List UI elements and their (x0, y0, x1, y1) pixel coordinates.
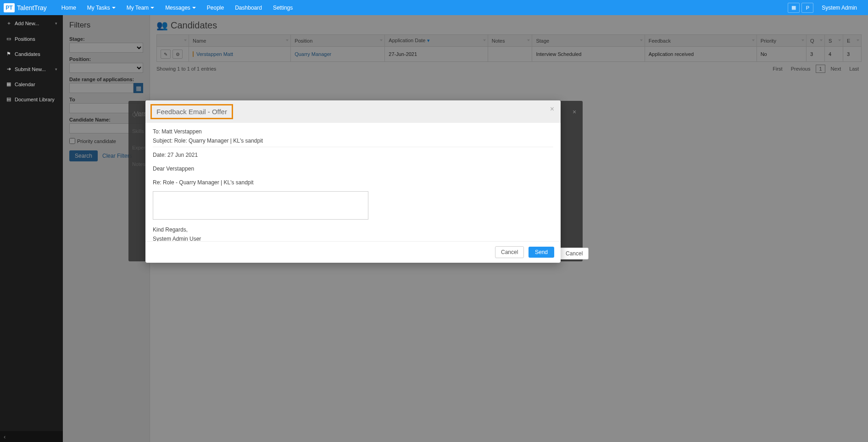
nav-home-label: Home (61, 5, 76, 11)
nav-home[interactable]: Home (56, 0, 82, 15)
sidebar-item-label: Calendar (15, 82, 35, 87)
feedback-email-modal: Feedback Email - Offer × To: Matt Versta… (145, 100, 561, 263)
nav-my-team-label: My Team (127, 5, 149, 11)
caret-icon (192, 7, 196, 9)
top-nav: PT TalentTray Home My Tasks My Team Mess… (0, 0, 868, 15)
modal-header: Feedback Email - Offer × (145, 100, 561, 123)
nav-right: ▦ P System Admin (786, 0, 864, 15)
brand[interactable]: PT TalentTray (4, 3, 47, 12)
modal-title-highlight: Feedback Email - Offer (150, 104, 233, 119)
nav-user-menu[interactable]: System Admin (817, 0, 864, 15)
nav-my-team[interactable]: My Team (121, 0, 160, 15)
caret-icon (150, 7, 154, 9)
p-icon-button[interactable]: P (801, 3, 813, 13)
nav-user-label: System Admin (822, 5, 857, 11)
to-label: To: (153, 128, 160, 135)
caret-icon (112, 7, 116, 9)
sidebar-positions[interactable]: ▭Positions (0, 31, 63, 46)
sidebar-item-label: Candidates (15, 51, 40, 57)
email-body-textarea[interactable] (153, 191, 368, 220)
plus-icon: ＋ (6, 20, 12, 27)
sidebar: ＋Add New...▾ ▭Positions ⚑Candidates ➔Sub… (0, 15, 63, 442)
chevron-down-icon: ▾ (55, 67, 57, 72)
signoff: Kind Regards, (153, 227, 553, 233)
nav-messages-label: Messages (165, 5, 190, 11)
laptop-icon: ▭ (6, 36, 12, 42)
sidebar-collapse[interactable]: ‹ (0, 431, 63, 442)
send-button[interactable]: Send (529, 247, 554, 258)
modal-close-icon[interactable]: × (550, 105, 554, 113)
sidebar-calendar[interactable]: ▦Calendar (0, 77, 63, 92)
nav-people[interactable]: People (201, 0, 229, 15)
cancel-button[interactable]: Cancel (495, 246, 524, 258)
greeting: Dear Verstappen (153, 166, 553, 172)
nav-settings-label: Settings (273, 5, 293, 11)
to-value: Matt Verstappen (161, 128, 201, 135)
sidebar-add-new[interactable]: ＋Add New...▾ (0, 15, 63, 31)
brand-logo: PT (4, 3, 15, 12)
nav-people-label: People (207, 5, 224, 11)
nav-dashboard[interactable]: Dashboard (229, 0, 267, 15)
under-modal-cancel-button[interactable]: Cancel (560, 248, 589, 260)
brand-name: TalentTray (17, 4, 47, 11)
nav-messages[interactable]: Messages (160, 0, 201, 15)
sidebar-candidates[interactable]: ⚑Candidates (0, 46, 63, 61)
under-modal-close-icon[interactable]: × (573, 108, 576, 116)
sidebar-item-label: Submit New... (15, 66, 46, 72)
sidebar-item-label: Document Library (15, 97, 55, 102)
nav-dashboard-label: Dashboard (235, 5, 262, 11)
nav-my-tasks-label: My Tasks (87, 5, 110, 11)
sidebar-submit-new[interactable]: ➔Submit New...▾ (0, 61, 63, 77)
nav-my-tasks[interactable]: My Tasks (82, 0, 121, 15)
sig-name: System Admin User (153, 236, 553, 241)
re-line: Re: Role - Quarry Manager | KL's sandpit (153, 179, 553, 186)
sidebar-document-library[interactable]: ▤Document Library (0, 92, 63, 107)
grid-icon[interactable]: ▦ (788, 3, 800, 13)
date-value: 27 Jun 2021 (167, 152, 198, 158)
subject-value: Role: Quarry Manager | KL's sandpit (174, 138, 263, 144)
book-icon: ▤ (6, 96, 12, 102)
modal-title: Feedback Email - Offer (156, 108, 227, 116)
calendar-icon: ▦ (6, 81, 12, 87)
arrow-icon: ➔ (6, 66, 12, 72)
nav-settings[interactable]: Settings (267, 0, 298, 15)
nav-items: Home My Tasks My Team Messages People Da… (56, 0, 786, 15)
modal-footer: Cancel Send (145, 241, 561, 263)
sidebar-item-label: Positions (15, 36, 35, 42)
subject-label: Subject: (153, 138, 172, 144)
date-label: Date: (153, 152, 166, 158)
flag-icon: ⚑ (6, 51, 12, 57)
modal-body: To: Matt Verstappen Subject: Role: Quarr… (145, 123, 561, 241)
sidebar-item-label: Add New... (15, 21, 39, 26)
chevron-down-icon: ▾ (55, 21, 57, 26)
